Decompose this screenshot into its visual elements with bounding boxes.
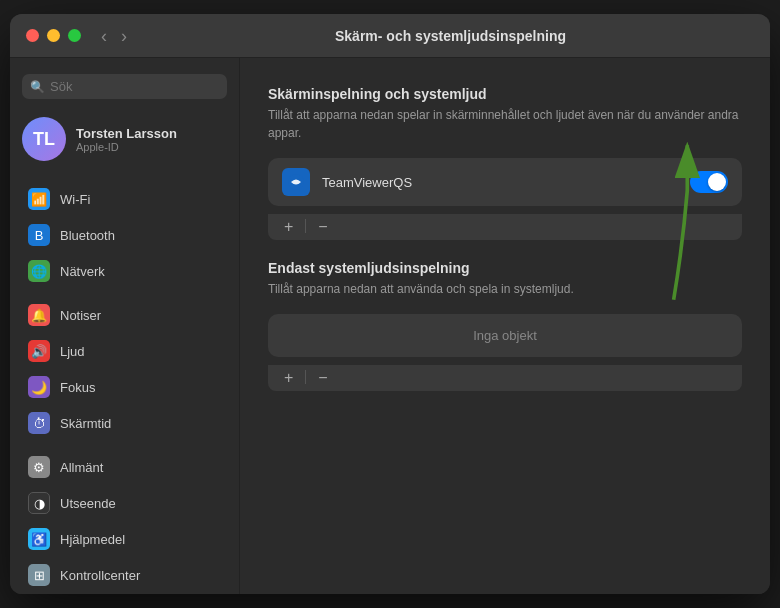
fokus-icon: 🌙: [28, 376, 50, 398]
user-info: Torsten Larsson Apple-ID: [76, 126, 177, 153]
section1-desc: Tillåt att apparna nedan spelar in skärm…: [268, 106, 742, 142]
section2-title: Endast systemljudsinspelning: [268, 260, 742, 276]
traffic-lights: [26, 29, 81, 42]
user-name: Torsten Larsson: [76, 126, 177, 141]
forward-button[interactable]: ›: [117, 27, 131, 45]
sidebar-item-ljud[interactable]: 🔊 Ljud: [16, 334, 233, 368]
search-icon: 🔍: [30, 80, 45, 94]
app-list: TeamViewerQS: [268, 158, 742, 206]
kontroll-icon: ⊞: [28, 564, 50, 586]
sidebar-item-kontroll[interactable]: ⊞ Kontrollcenter: [16, 558, 233, 592]
minimize-button[interactable]: [47, 29, 60, 42]
add-button-1[interactable]: +: [278, 219, 299, 235]
allman-icon: ⚙: [28, 456, 50, 478]
notiser-icon: 🔔: [28, 304, 50, 326]
list-controls-2: + −: [268, 365, 742, 391]
wifi-icon: 📶: [28, 188, 50, 210]
content-area: 🔍 TL Torsten Larsson Apple-ID 📶 Wi-Fi: [10, 58, 770, 594]
sidebar-label-utseende: Utseende: [60, 496, 116, 511]
user-profile[interactable]: TL Torsten Larsson Apple-ID: [10, 111, 239, 173]
main-content: Skärminspelning och systemljud Tillåt at…: [240, 58, 770, 594]
sidebar-label-bluetooth: Bluetooth: [60, 228, 115, 243]
sidebar-item-natverk[interactable]: 🌐 Nätverk: [16, 254, 233, 288]
controls-divider-2: [305, 370, 306, 384]
titlebar: ‹ › Skärm- och systemljudsinspelning: [10, 14, 770, 58]
avatar: TL: [22, 117, 66, 161]
app-name-teamviewer: TeamViewerQS: [322, 175, 678, 190]
sidebar-label-wifi: Wi-Fi: [60, 192, 90, 207]
hjalpmedel-icon: ♿: [28, 528, 50, 550]
nav-buttons: ‹ ›: [97, 27, 131, 45]
add-button-2[interactable]: +: [278, 370, 299, 386]
controls-divider-1: [305, 219, 306, 233]
app-item-teamviewer: TeamViewerQS: [268, 158, 742, 206]
list-controls-1: + −: [268, 214, 742, 240]
ljud-icon: 🔊: [28, 340, 50, 362]
sidebar-label-natverk: Nätverk: [60, 264, 105, 279]
sidebar-label-hjalpmedel: Hjälpmedel: [60, 532, 125, 547]
network-icon: 🌐: [28, 260, 50, 282]
sidebar-item-fokus[interactable]: 🌙 Fokus: [16, 370, 233, 404]
sidebar-item-hjalpmedel[interactable]: ♿ Hjälpmedel: [16, 522, 233, 556]
sidebar-item-allman[interactable]: ⚙ Allmänt: [16, 450, 233, 484]
skarmtid-icon: ⏱: [28, 412, 50, 434]
empty-list: Inga objekt: [268, 314, 742, 357]
sidebar-label-ljud: Ljud: [60, 344, 85, 359]
search-input[interactable]: [22, 74, 227, 99]
sidebar-label-allman: Allmänt: [60, 460, 103, 475]
sidebar-label-skarmtid: Skärmtid: [60, 416, 111, 431]
bluetooth-icon: B: [28, 224, 50, 246]
sidebar-label-notiser: Notiser: [60, 308, 101, 323]
sidebar-item-skarmtid[interactable]: ⏱ Skärmtid: [16, 406, 233, 440]
main-window: ‹ › Skärm- och systemljudsinspelning 🔍 T…: [10, 14, 770, 594]
teamviewer-icon: [282, 168, 310, 196]
close-button[interactable]: [26, 29, 39, 42]
section2-desc: Tillåt apparna nedan att använda och spe…: [268, 280, 742, 298]
section2: Endast systemljudsinspelning Tillåt appa…: [268, 260, 742, 391]
sidebar-item-utseende[interactable]: ◑ Utseende: [16, 486, 233, 520]
search-container: 🔍: [10, 70, 239, 111]
sidebar: 🔍 TL Torsten Larsson Apple-ID 📶 Wi-Fi: [10, 58, 240, 594]
sidebar-label-fokus: Fokus: [60, 380, 95, 395]
sidebar-item-bluetooth[interactable]: B Bluetooth: [16, 218, 233, 252]
teamviewer-toggle[interactable]: [690, 171, 728, 193]
maximize-button[interactable]: [68, 29, 81, 42]
back-button[interactable]: ‹: [97, 27, 111, 45]
sidebar-item-wifi[interactable]: 📶 Wi-Fi: [16, 182, 233, 216]
user-subtitle: Apple-ID: [76, 141, 177, 153]
sidebar-label-kontroll: Kontrollcenter: [60, 568, 140, 583]
search-wrapper: 🔍: [22, 74, 227, 99]
utseende-icon: ◑: [28, 492, 50, 514]
remove-button-1[interactable]: −: [312, 219, 333, 235]
section1-header: Skärminspelning och systemljud Tillåt at…: [268, 86, 742, 142]
sidebar-item-notiser[interactable]: 🔔 Notiser: [16, 298, 233, 332]
remove-button-2[interactable]: −: [312, 370, 333, 386]
window-title: Skärm- och systemljudsinspelning: [147, 28, 754, 44]
section1-title: Skärminspelning och systemljud: [268, 86, 742, 102]
